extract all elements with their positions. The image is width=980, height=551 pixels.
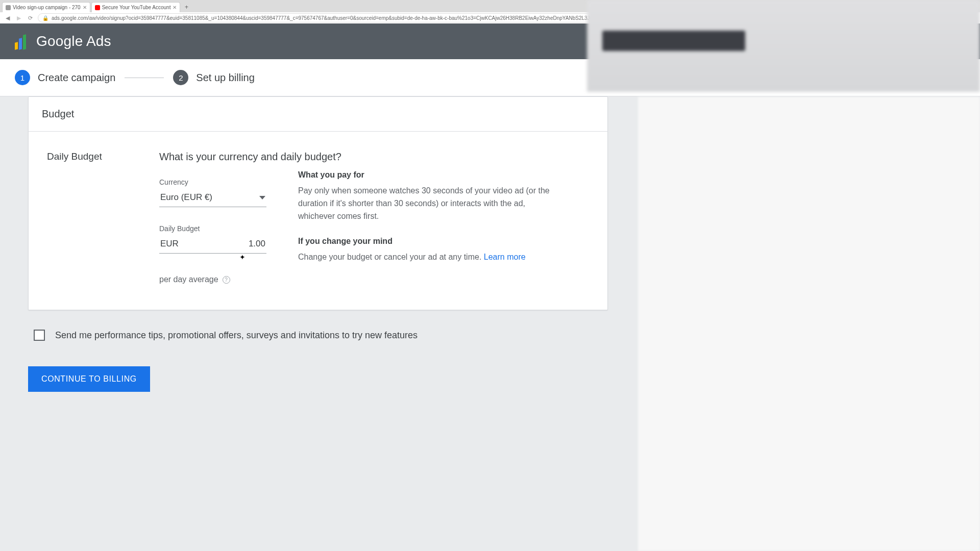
step-number: 1: [15, 70, 30, 85]
currency-value: Euro (EUR €): [160, 192, 212, 203]
daily-budget-field[interactable]: EUR: [159, 236, 266, 254]
cursor-icon: ✦: [239, 253, 246, 261]
help-icon[interactable]: ?: [223, 276, 230, 284]
currency-prefix: EUR: [160, 239, 179, 249]
new-tab-button[interactable]: +: [181, 2, 191, 12]
browser-tab-youtube[interactable]: Secure Your YouTube Account ✕: [91, 2, 181, 12]
continue-to-billing-button[interactable]: CONTINUE TO BILLING: [28, 366, 150, 392]
change-mind-body: Change your budget or cancel your ad at …: [298, 251, 564, 264]
daily-budget-input[interactable]: [214, 239, 265, 249]
what-you-pay-for-body: Pay only when someone watches 30 seconds…: [298, 185, 564, 222]
opt-in-label: Send me performance tips, promotional of…: [55, 330, 418, 341]
currency-label: Currency: [159, 178, 266, 186]
currency-select[interactable]: Euro (EUR €): [159, 189, 266, 207]
close-icon[interactable]: ✕: [83, 5, 87, 10]
budget-card: Budget Daily Budget What is your currenc…: [28, 96, 608, 310]
card-title: Budget: [29, 97, 607, 132]
change-mind-title: If you change your mind: [298, 237, 594, 246]
learn-more-link[interactable]: Learn more: [484, 253, 526, 261]
step-number: 2: [173, 70, 188, 85]
what-you-pay-for-title: What you pay for: [298, 170, 594, 180]
step-label: Create campaign: [38, 72, 115, 84]
logo-text: Google Ads: [36, 33, 111, 49]
opt-in-checkbox[interactable]: [34, 330, 45, 341]
circle-icon: [6, 5, 11, 10]
daily-budget-label: Daily Budget: [159, 224, 266, 233]
chevron-down-icon: [259, 196, 265, 199]
browser-tab-ads[interactable]: Video sign-up campaign - 270 ✕: [2, 2, 90, 12]
close-icon[interactable]: ✕: [173, 5, 177, 10]
plus-icon: +: [185, 4, 188, 11]
reload-button[interactable]: ⟳: [27, 14, 34, 21]
info-column: What you pay for Pay only when someone w…: [298, 151, 594, 284]
question-text: What is your currency and daily budget?: [159, 151, 363, 163]
back-button[interactable]: ◀: [4, 14, 11, 21]
tab-title: Video sign-up campaign - 270: [13, 5, 81, 10]
google-ads-logo[interactable]: Google Ads: [14, 33, 111, 49]
section-label: Daily Budget: [47, 151, 128, 284]
opt-in-row[interactable]: Send me performance tips, promotional of…: [34, 330, 980, 341]
ads-logo-icon: [14, 33, 30, 49]
youtube-icon: [95, 5, 100, 10]
tab-title: Secure Your YouTube Account: [102, 5, 171, 10]
per-day-average-text: per day average: [159, 275, 218, 284]
step-set-up-billing[interactable]: 2 Set up billing: [173, 70, 255, 85]
step-create-campaign[interactable]: 1 Create campaign: [15, 70, 115, 85]
step-label: Set up billing: [196, 72, 255, 84]
step-divider: [125, 78, 164, 78]
lock-icon: 🔒: [42, 15, 48, 21]
blurred-region: [602, 31, 745, 51]
forward-button[interactable]: ▶: [15, 14, 22, 21]
page-content: Budget Daily Budget What is your currenc…: [0, 96, 980, 392]
